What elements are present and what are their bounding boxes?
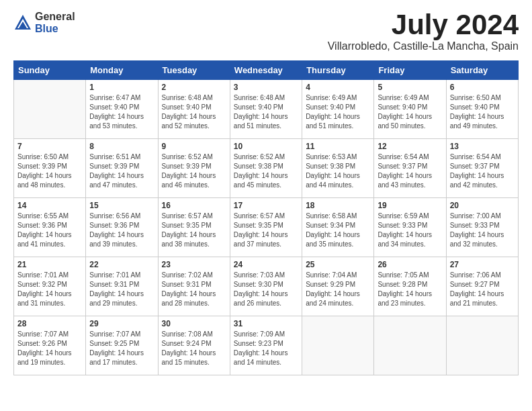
- calendar-cell: [446, 316, 518, 375]
- day-info: Sunrise: 6:59 AM Sunset: 9:33 PM Dayligh…: [378, 212, 442, 249]
- day-header-thursday: Thursday: [302, 61, 374, 80]
- calendar-cell: 28Sunrise: 7:07 AM Sunset: 9:26 PM Dayli…: [14, 316, 86, 375]
- day-info: Sunrise: 6:57 AM Sunset: 9:35 PM Dayligh…: [162, 212, 226, 249]
- day-number: 21: [17, 260, 82, 269]
- day-info: Sunrise: 6:56 AM Sunset: 9:36 PM Dayligh…: [89, 212, 154, 249]
- day-header-sunday: Sunday: [14, 61, 86, 80]
- calendar-cell: 1Sunrise: 6:47 AM Sunset: 9:40 PM Daylig…: [86, 80, 158, 139]
- day-info: Sunrise: 7:04 AM Sunset: 9:29 PM Dayligh…: [306, 271, 370, 308]
- calendar-cell: 23Sunrise: 7:02 AM Sunset: 9:31 PM Dayli…: [158, 257, 230, 316]
- day-info: Sunrise: 7:06 AM Sunset: 9:27 PM Dayligh…: [450, 271, 515, 308]
- calendar-cell: 12Sunrise: 6:54 AM Sunset: 9:37 PM Dayli…: [374, 139, 446, 198]
- logo-general-text: General: [35, 11, 75, 23]
- day-number: 10: [234, 142, 298, 151]
- logo: General Blue: [13, 11, 75, 34]
- day-info: Sunrise: 6:49 AM Sunset: 9:40 PM Dayligh…: [378, 93, 442, 131]
- day-number: 31: [234, 319, 298, 328]
- calendar-cell: 29Sunrise: 7:07 AM Sunset: 9:25 PM Dayli…: [86, 316, 158, 375]
- week-row-3: 14Sunrise: 6:55 AM Sunset: 9:36 PM Dayli…: [14, 198, 519, 257]
- day-number: 11: [306, 142, 370, 151]
- day-info: Sunrise: 6:57 AM Sunset: 9:35 PM Dayligh…: [234, 212, 298, 249]
- day-number: 25: [306, 260, 370, 269]
- calendar-cell: 7Sunrise: 6:50 AM Sunset: 9:39 PM Daylig…: [14, 139, 86, 198]
- day-info: Sunrise: 6:55 AM Sunset: 9:36 PM Dayligh…: [17, 212, 82, 249]
- location-title: Villarrobledo, Castille-La Mancha, Spain: [328, 40, 519, 52]
- day-header-wednesday: Wednesday: [230, 61, 302, 80]
- month-title: July 2024: [328, 11, 519, 39]
- day-info: Sunrise: 7:02 AM Sunset: 9:31 PM Dayligh…: [162, 271, 226, 308]
- day-info: Sunrise: 7:07 AM Sunset: 9:26 PM Dayligh…: [17, 330, 82, 367]
- calendar-cell: 4Sunrise: 6:49 AM Sunset: 9:40 PM Daylig…: [302, 80, 374, 139]
- calendar-cell: 13Sunrise: 6:54 AM Sunset: 9:37 PM Dayli…: [446, 139, 518, 198]
- day-info: Sunrise: 6:48 AM Sunset: 9:40 PM Dayligh…: [234, 93, 298, 131]
- calendar-cell: 9Sunrise: 6:52 AM Sunset: 9:39 PM Daylig…: [158, 139, 230, 198]
- calendar-cell: 22Sunrise: 7:01 AM Sunset: 9:31 PM Dayli…: [86, 257, 158, 316]
- day-info: Sunrise: 7:07 AM Sunset: 9:25 PM Dayligh…: [89, 330, 154, 367]
- week-row-5: 28Sunrise: 7:07 AM Sunset: 9:26 PM Dayli…: [14, 316, 519, 375]
- day-info: Sunrise: 7:01 AM Sunset: 9:31 PM Dayligh…: [89, 271, 154, 308]
- day-number: 7: [17, 142, 82, 151]
- calendar-cell: 26Sunrise: 7:05 AM Sunset: 9:28 PM Dayli…: [374, 257, 446, 316]
- day-number: 30: [162, 319, 226, 328]
- day-info: Sunrise: 6:52 AM Sunset: 9:39 PM Dayligh…: [162, 152, 226, 190]
- day-info: Sunrise: 6:50 AM Sunset: 9:40 PM Dayligh…: [450, 93, 515, 131]
- calendar-cell: 24Sunrise: 7:03 AM Sunset: 9:30 PM Dayli…: [230, 257, 302, 316]
- day-number: 14: [17, 201, 82, 210]
- calendar-cell: 2Sunrise: 6:48 AM Sunset: 9:40 PM Daylig…: [158, 80, 230, 139]
- day-number: 8: [89, 142, 154, 151]
- day-number: 4: [306, 83, 370, 92]
- calendar-cell: 11Sunrise: 6:53 AM Sunset: 9:38 PM Dayli…: [302, 139, 374, 198]
- day-header-tuesday: Tuesday: [158, 61, 230, 80]
- day-info: Sunrise: 7:05 AM Sunset: 9:28 PM Dayligh…: [378, 271, 442, 308]
- week-row-4: 21Sunrise: 7:01 AM Sunset: 9:32 PM Dayli…: [14, 257, 519, 316]
- calendar-cell: 30Sunrise: 7:08 AM Sunset: 9:24 PM Dayli…: [158, 316, 230, 375]
- calendar-cell: 16Sunrise: 6:57 AM Sunset: 9:35 PM Dayli…: [158, 198, 230, 257]
- day-info: Sunrise: 6:54 AM Sunset: 9:37 PM Dayligh…: [378, 152, 442, 190]
- day-number: 24: [234, 260, 298, 269]
- calendar-cell: 19Sunrise: 6:59 AM Sunset: 9:33 PM Dayli…: [374, 198, 446, 257]
- calendar-cell: 25Sunrise: 7:04 AM Sunset: 9:29 PM Dayli…: [302, 257, 374, 316]
- calendar-cell: 20Sunrise: 7:00 AM Sunset: 9:33 PM Dayli…: [446, 198, 518, 257]
- day-info: Sunrise: 6:47 AM Sunset: 9:40 PM Dayligh…: [89, 93, 154, 131]
- calendar-cell: 18Sunrise: 6:58 AM Sunset: 9:34 PM Dayli…: [302, 198, 374, 257]
- day-number: 29: [89, 319, 154, 328]
- day-number: 19: [378, 201, 442, 210]
- calendar-cell: 8Sunrise: 6:51 AM Sunset: 9:39 PM Daylig…: [86, 139, 158, 198]
- calendar-cell: 27Sunrise: 7:06 AM Sunset: 9:27 PM Dayli…: [446, 257, 518, 316]
- day-info: Sunrise: 6:54 AM Sunset: 9:37 PM Dayligh…: [450, 152, 515, 190]
- day-number: 16: [162, 201, 226, 210]
- day-number: 26: [378, 260, 442, 269]
- day-info: Sunrise: 7:09 AM Sunset: 9:23 PM Dayligh…: [234, 330, 298, 367]
- day-number: 28: [17, 319, 82, 328]
- day-number: 12: [378, 142, 442, 151]
- day-info: Sunrise: 7:03 AM Sunset: 9:30 PM Dayligh…: [234, 271, 298, 308]
- calendar-cell: 31Sunrise: 7:09 AM Sunset: 9:23 PM Dayli…: [230, 316, 302, 375]
- calendar-cell: 14Sunrise: 6:55 AM Sunset: 9:36 PM Dayli…: [14, 198, 86, 257]
- day-number: 1: [89, 83, 154, 92]
- day-info: Sunrise: 6:48 AM Sunset: 9:40 PM Dayligh…: [162, 93, 226, 131]
- calendar-cell: [302, 316, 374, 375]
- week-row-2: 7Sunrise: 6:50 AM Sunset: 9:39 PM Daylig…: [14, 139, 519, 198]
- day-header-friday: Friday: [374, 61, 446, 80]
- day-number: 9: [162, 142, 226, 151]
- day-number: 17: [234, 201, 298, 210]
- day-info: Sunrise: 6:51 AM Sunset: 9:39 PM Dayligh…: [89, 152, 154, 190]
- calendar-cell: 10Sunrise: 6:52 AM Sunset: 9:38 PM Dayli…: [230, 139, 302, 198]
- day-number: 20: [450, 201, 515, 210]
- calendar-cell: 5Sunrise: 6:49 AM Sunset: 9:40 PM Daylig…: [374, 80, 446, 139]
- day-number: 15: [89, 201, 154, 210]
- day-info: Sunrise: 6:53 AM Sunset: 9:38 PM Dayligh…: [306, 152, 370, 190]
- day-number: 27: [450, 260, 515, 269]
- day-info: Sunrise: 7:01 AM Sunset: 9:32 PM Dayligh…: [17, 271, 82, 308]
- day-info: Sunrise: 6:49 AM Sunset: 9:40 PM Dayligh…: [306, 93, 370, 131]
- day-number: 5: [378, 83, 442, 92]
- day-number: 22: [89, 260, 154, 269]
- day-number: 13: [450, 142, 515, 151]
- day-info: Sunrise: 7:08 AM Sunset: 9:24 PM Dayligh…: [162, 330, 226, 367]
- day-header-monday: Monday: [86, 61, 158, 80]
- logo-blue-text: Blue: [35, 23, 75, 35]
- day-info: Sunrise: 6:58 AM Sunset: 9:34 PM Dayligh…: [306, 212, 370, 249]
- week-row-1: 1Sunrise: 6:47 AM Sunset: 9:40 PM Daylig…: [14, 80, 519, 139]
- day-number: 23: [162, 260, 226, 269]
- day-header-saturday: Saturday: [446, 61, 518, 80]
